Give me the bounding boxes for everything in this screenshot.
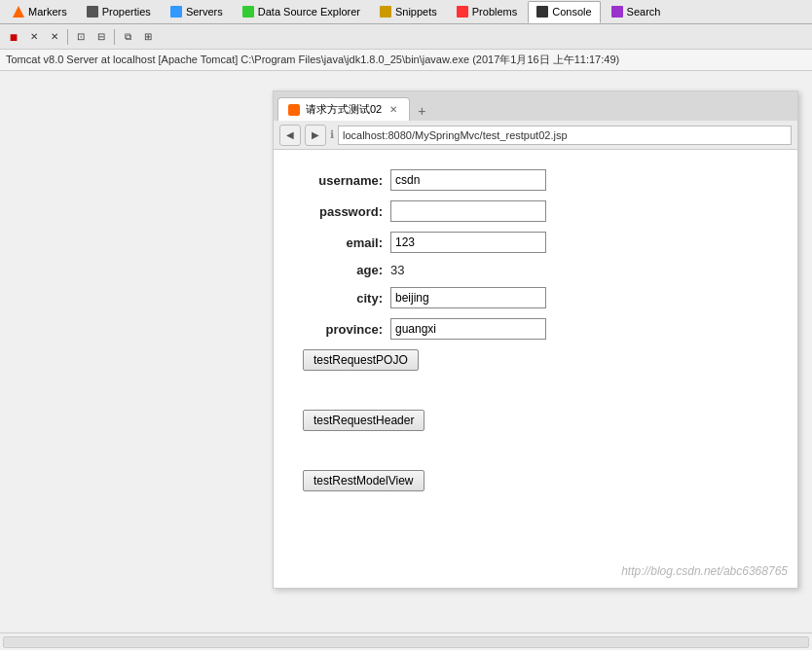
tab-snippets-label: Snippets [395,6,437,18]
province-row: province: [303,318,768,340]
main-content: 请求方式测试02 ✕ + ◀ ▶ ℹ username: [0,71,812,632]
browser-tab-bar: 请求方式测试02 ✕ + [274,91,797,121]
properties-icon [87,6,98,18]
test-rest-model-view-button[interactable]: testRestModelView [303,470,424,491]
bottom-bar [0,632,812,650]
tab-datasource[interactable]: Data Source Explorer [234,1,369,23]
city-row: city: [303,287,768,308]
stop-button[interactable]: ■ [4,27,23,47]
username-input[interactable] [390,169,546,191]
browser-window: 请求方式测试02 ✕ + ◀ ▶ ℹ username: [273,90,798,589]
markers-icon [13,6,24,18]
remove-button[interactable]: ✕ [45,27,64,47]
new-tab-icon: + [418,103,425,119]
tab-properties[interactable]: Properties [78,1,160,23]
tab-search-label: Search [627,6,661,18]
paste-button[interactable]: ⊞ [138,27,158,47]
browser-info-icon: ℹ [330,128,334,141]
test-request-header-button[interactable]: testRequestHeader [303,410,424,431]
city-input[interactable] [390,287,546,308]
status-text: Tomcat v8.0 Server at localhost [Apache … [6,53,619,67]
tab-console-label: Console [552,6,591,18]
problems-icon [457,6,468,18]
copy-button[interactable]: ⧉ [118,27,137,47]
province-input[interactable] [390,318,546,340]
age-value: 33 [390,263,404,277]
console-icon [536,6,548,18]
browser-tab-close[interactable]: ✕ [388,104,399,115]
browser-tab-icon [288,104,300,116]
pin-button[interactable]: ⊟ [92,27,111,47]
browser-address-bar: ◀ ▶ ℹ [274,121,797,150]
tab-bar: Markers Properties Servers Data Source E… [0,0,812,24]
servers-icon [170,6,182,18]
tab-markers[interactable]: Markers [4,1,76,23]
back-arrow-icon: ◀ [286,129,294,140]
browser-tab-active[interactable]: 请求方式测试02 ✕ [277,97,410,121]
terminate-button[interactable]: ✕ [24,27,44,47]
province-label: province: [303,322,390,337]
modelview-button-section: testRestModelView [303,470,768,525]
pojo-button-section: testRequestPOJO [303,349,768,405]
toolbar: ■ ✕ ✕ ⊡ ⊟ ⧉ ⊞ [0,24,812,50]
forward-arrow-icon: ▶ [312,129,319,140]
city-label: city: [303,291,390,306]
username-row: username: [303,169,768,191]
tab-problems[interactable]: Problems [448,1,526,23]
browser-new-tab[interactable]: + [412,101,431,121]
username-label: username: [303,173,390,188]
header-button-section: testRequestHeader [303,410,768,465]
email-row: email: [303,232,768,253]
tab-datasource-label: Data Source Explorer [258,6,360,18]
tab-console[interactable]: Console [528,1,600,23]
horizontal-scrollbar[interactable] [3,636,809,648]
test-request-pojo-button[interactable]: testRequestPOJO [303,349,419,371]
toolbar-separator-2 [114,29,115,45]
watermark: http://blog.csdn.net/abc6368765 [621,564,788,578]
tab-properties-label: Properties [102,6,151,18]
tab-search[interactable]: Search [603,1,670,23]
browser-tab-label: 请求方式测试02 [306,102,382,117]
age-row: age: 33 [303,263,768,277]
clear-button[interactable]: ⊡ [71,27,91,47]
toolbar-separator-1 [67,29,68,45]
email-input[interactable] [390,232,546,253]
browser-url-input[interactable] [338,126,792,145]
password-input[interactable] [390,200,546,222]
tab-markers-label: Markers [28,6,67,18]
snippets-icon [380,6,391,18]
status-bar: Tomcat v8.0 Server at localhost [Apache … [0,50,812,71]
tab-servers-label: Servers [186,6,223,18]
age-label: age: [303,263,390,277]
tab-snippets[interactable]: Snippets [371,1,446,23]
browser-forward-button[interactable]: ▶ [305,125,326,146]
tab-servers[interactable]: Servers [162,1,232,23]
datasource-icon [242,6,254,18]
browser-content: username: password: email: age: 33 city: [274,150,797,588]
search-icon [611,6,623,18]
email-label: email: [303,235,390,250]
password-label: password: [303,204,390,219]
tab-problems-label: Problems [472,6,517,18]
browser-back-button[interactable]: ◀ [279,125,301,146]
password-row: password: [303,200,768,222]
